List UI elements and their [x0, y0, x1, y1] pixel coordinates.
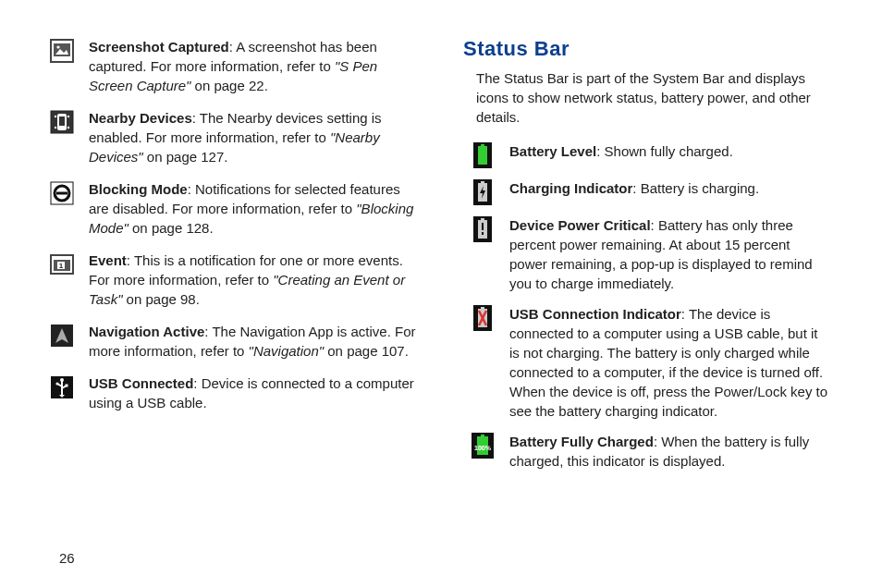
entry-navigation-active: Navigation Active: The Navigation App is…	[50, 322, 419, 361]
entry-event: 1 Event: This is a notification for one …	[50, 251, 419, 309]
entry-text: USB Connection Indicator: The device is …	[509, 304, 832, 421]
navigation-icon	[50, 324, 74, 348]
entry-text: Charging Indicator: Battery is charging.	[509, 178, 763, 198]
entry-blocking-mode: Blocking Mode: Notifications for selecte…	[50, 179, 419, 238]
svg-rect-6	[59, 116, 65, 126]
entry-nearby-devices: Nearby Devices: The Nearby devices setti…	[50, 108, 419, 166]
svg-point-7	[55, 116, 56, 117]
svg-point-3	[56, 45, 59, 48]
entry-usb-connection-indicator: USB Connection Indicator: The device is …	[463, 304, 832, 421]
battery-charging-icon	[471, 180, 495, 204]
entry-screenshot-captured: Screenshot Captured: A screenshot has be…	[50, 37, 419, 95]
svg-point-8	[67, 116, 69, 117]
svg-rect-36	[481, 218, 484, 220]
entry-text: Navigation Active: The Navigation App is…	[89, 322, 419, 361]
svg-rect-32	[481, 181, 484, 183]
entry-usb-connected: USB Connected: Device is connected to a …	[50, 374, 419, 412]
svg-rect-29	[481, 144, 484, 146]
battery-critical-icon	[471, 217, 495, 241]
entry-text: Nearby Devices: The Nearby devices setti…	[89, 108, 419, 166]
entry-battery-fully-charged: 100% Battery Fully Charged: When the bat…	[463, 432, 832, 471]
entry-text: Battery Level: Shown fully charged.	[509, 141, 737, 161]
page-number: 26	[59, 550, 75, 566]
entry-charging-indicator: Charging Indicator: Battery is charging.	[463, 178, 832, 204]
svg-rect-39	[482, 232, 484, 235]
entry-text: USB Connected: Device is connected to a …	[89, 374, 419, 412]
entry-text: Blocking Mode: Notifications for selecte…	[89, 179, 419, 238]
entry-battery-level: Battery Level: Shown fully charged.	[463, 141, 832, 167]
entry-text: Screenshot Captured: A screenshot has be…	[89, 37, 419, 95]
svg-rect-26	[66, 385, 68, 387]
svg-point-9	[55, 127, 56, 129]
battery-usb-nocharge-icon	[471, 306, 495, 330]
event-icon: 1	[50, 252, 74, 276]
svg-point-10	[67, 127, 69, 129]
svg-point-24	[55, 382, 58, 385]
svg-rect-38	[482, 223, 484, 230]
usb-icon	[50, 375, 74, 399]
blocking-mode-icon	[50, 181, 74, 205]
battery-100-icon: 100%	[471, 434, 495, 458]
svg-rect-46	[481, 435, 484, 436]
screenshot-icon	[50, 39, 74, 63]
svg-rect-30	[478, 146, 487, 165]
entry-text: Battery Fully Charged: When the battery …	[509, 432, 832, 471]
section-title-status-bar: Status Bar	[463, 37, 832, 61]
entry-text: Device Power Critical: Battery has only …	[509, 215, 832, 293]
svg-text:1: 1	[59, 262, 64, 270]
entry-text: Event: This is a notification for one or…	[89, 251, 419, 309]
section-intro: The Status Bar is part of the System Bar…	[476, 68, 832, 127]
entry-device-power-critical: Device Power Critical: Battery has only …	[463, 215, 832, 293]
svg-rect-41	[481, 307, 484, 309]
nearby-devices-icon	[50, 110, 74, 134]
battery-full-icon	[471, 143, 495, 167]
svg-text:100%: 100%	[474, 445, 492, 451]
